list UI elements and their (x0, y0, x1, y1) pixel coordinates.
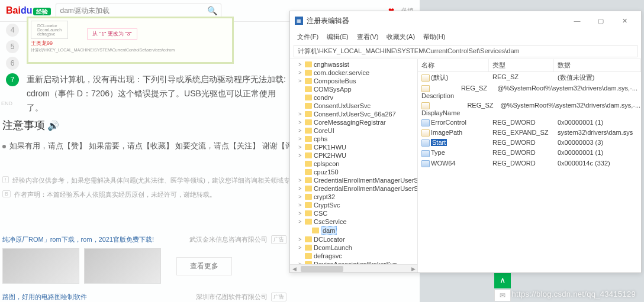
tree-item[interactable]: >CPK1HWU (290, 143, 418, 151)
col-type[interactable]: 类型 (489, 59, 554, 72)
baidu-logo[interactable]: Baidu经验 (6, 5, 51, 16)
tree-item[interactable]: >cnghwassist (290, 60, 418, 69)
chevron-icon[interactable]: > (297, 119, 303, 125)
step-4[interactable]: 4 (6, 24, 19, 37)
window-title: 注册表编辑器 (307, 16, 565, 26)
value-row[interactable]: WOW64REG_DWORD0x0000014c (332) (418, 158, 641, 168)
value-data: 0x0000014c (332) (554, 159, 641, 168)
tree-item[interactable]: >CPK2HWU (290, 151, 418, 160)
minimize-button[interactable]: — (565, 14, 589, 27)
chevron-icon[interactable]: > (297, 78, 303, 84)
menu-help[interactable]: 帮助(H) (420, 31, 449, 43)
tree-item[interactable]: ConsentUxUserSvc (290, 102, 418, 110)
value-row[interactable]: ImagePathREG_EXPAND_SZsystem32\drivers\d… (418, 128, 641, 138)
address-bar[interactable]: 计算机\HKEY_LOCAL_MACHINE\SYSTEM\CurrentCon… (294, 45, 637, 57)
tree-item[interactable]: >CoreMessagingRegistrar (290, 118, 418, 126)
chevron-icon[interactable]: > (297, 111, 303, 117)
ad-link-2[interactable]: 路图，好用的电路图绘制软件 (2, 293, 87, 301)
scroll-right-icon[interactable]: ▶ (409, 266, 417, 272)
tree-horizontal-scrollbar[interactable]: ◀ ▶ (290, 264, 417, 272)
value-row[interactable]: StartREG_DWORD0x00000003 (3) (418, 138, 641, 148)
values-header[interactable]: 名称 类型 数据 (418, 59, 641, 72)
tree-item[interactable]: >CryptSvc (290, 201, 418, 209)
tree-pane[interactable]: >cnghwassist>com.docker.service>Composit… (290, 59, 418, 272)
value-row[interactable]: (默认)REG_SZ(数值未设置) (418, 72, 641, 83)
ad-image-2[interactable] (84, 248, 161, 284)
step-7-text: 重新启动计算机，没有再出现：下列引导或系统启动驱动程序无法加载: cdrom（事… (27, 73, 287, 115)
value-row[interactable]: ErrorControlREG_DWORD0x00000001 (1) (418, 118, 641, 128)
folder-icon (305, 78, 312, 84)
search-box[interactable]: 🔍 (56, 4, 221, 18)
menu-view[interactable]: 查看(V) (353, 31, 382, 43)
ad-link-1[interactable]: 纯净原厂ROM」rom下载，rom，2021官版免费下载! (2, 235, 154, 244)
step-7[interactable]: 7 (6, 73, 19, 86)
chevron-icon[interactable]: > (297, 128, 303, 134)
scroll-to-top-button[interactable]: ∧ (494, 272, 511, 288)
chevron-icon[interactable]: > (297, 186, 303, 191)
menu-file[interactable]: 文件(F) (294, 31, 322, 43)
tree-item[interactable]: >CredentialEnrollmentManagerUserSvc_ (290, 184, 418, 193)
tree-item[interactable]: cpuz150 (290, 168, 418, 176)
chevron-icon[interactable]: > (297, 194, 303, 200)
tree-item[interactable]: cplspcon (290, 160, 418, 168)
feedback-button[interactable]: ✉ (494, 290, 511, 301)
scroll-left-icon[interactable]: ◀ (290, 266, 298, 272)
embedded-screenshot[interactable]: DCLocator DcomLaunch defragsvc 从 "1" 更改为… (27, 17, 234, 64)
folder-icon (305, 202, 312, 208)
sound-icon[interactable]: 🔊 (47, 120, 59, 131)
title-bar[interactable]: ▦ 注册表编辑器 — ▢ ✕ (290, 11, 641, 30)
chevron-icon[interactable]: > (297, 177, 303, 183)
tree-item[interactable]: dam (290, 226, 418, 235)
chevron-icon[interactable]: > (297, 61, 303, 67)
step-5[interactable]: 5 (6, 40, 19, 53)
tree-item[interactable]: >DCLocator (290, 235, 418, 243)
tree-item[interactable]: >com.docker.service (290, 69, 418, 77)
tree-item[interactable]: >CompositeBus (290, 77, 418, 85)
tree-item[interactable]: >CoreUI (290, 126, 418, 135)
tree-item[interactable]: >crypt32 (290, 193, 418, 201)
tree-item[interactable]: >cphs (290, 135, 418, 143)
menu-favorites[interactable]: 收藏夹(A) (383, 31, 418, 43)
tree-item[interactable]: >DcomLaunch (290, 243, 418, 252)
attention-title: 注意事项 🔊 (2, 118, 59, 132)
tree-item[interactable]: >CredentialEnrollmentManagerUserSvc (290, 176, 418, 184)
folder-icon (305, 219, 312, 225)
chevron-icon[interactable]: > (297, 236, 303, 242)
ad-image-1[interactable] (2, 248, 79, 284)
value-row[interactable]: DescriptionREG_SZ@%SystemRoot%\system32\… (418, 83, 641, 100)
chevron-icon[interactable]: > (297, 202, 303, 208)
attention-bullet-text: 如果有用，请点【赞】 如果需要，请点【收藏】 如要交流，请点【关注】 谢谢【评论… (9, 141, 308, 151)
value-type-icon (421, 150, 430, 157)
tree-item-label: cplspcon (314, 160, 339, 167)
tree-item[interactable]: COMSysApp (290, 85, 418, 93)
values-pane[interactable]: 名称 类型 数据 (默认)REG_SZ(数值未设置)DescriptionREG… (418, 59, 641, 272)
menu-edit[interactable]: 编辑(E) (323, 31, 352, 43)
chevron-icon[interactable]: > (297, 70, 303, 76)
tree-item[interactable]: >CSC (290, 209, 418, 217)
value-row[interactable]: DisplayNameREG_SZ@%SystemRoot%\system32\… (418, 100, 641, 118)
maximize-button[interactable]: ▢ (589, 14, 613, 27)
tree-item-label: com.docker.service (314, 69, 369, 76)
tree-item[interactable]: condrv (290, 93, 418, 102)
close-button[interactable]: ✕ (613, 14, 636, 27)
chevron-icon[interactable]: > (297, 210, 303, 216)
value-name: DisplayName (421, 109, 460, 116)
tree-item[interactable]: >ConsentUxUserSvc_66a267 (290, 110, 418, 118)
chevron-icon[interactable]: > (297, 144, 303, 150)
tree-item-label: cnghwassist (314, 61, 349, 68)
value-row[interactable]: TypeREG_DWORD0x00000001 (1) (418, 148, 641, 158)
chevron-icon[interactable]: > (297, 152, 303, 158)
chevron-icon[interactable]: > (297, 136, 303, 142)
chevron-icon[interactable]: > (297, 245, 303, 251)
tree-item[interactable]: >CscService (290, 217, 418, 226)
tree-item[interactable]: defragsvc (290, 252, 418, 260)
col-name[interactable]: 名称 (418, 59, 489, 72)
value-data: (数值未设置) (554, 73, 641, 83)
scroll-thumb[interactable] (301, 266, 343, 272)
search-input[interactable] (60, 7, 207, 15)
step-6[interactable]: 6 (6, 57, 19, 70)
chevron-icon[interactable]: > (297, 219, 303, 225)
search-icon[interactable]: 🔍 (207, 6, 217, 15)
more-link[interactable]: 查看更多 (176, 257, 232, 275)
col-data[interactable]: 数据 (554, 59, 641, 72)
